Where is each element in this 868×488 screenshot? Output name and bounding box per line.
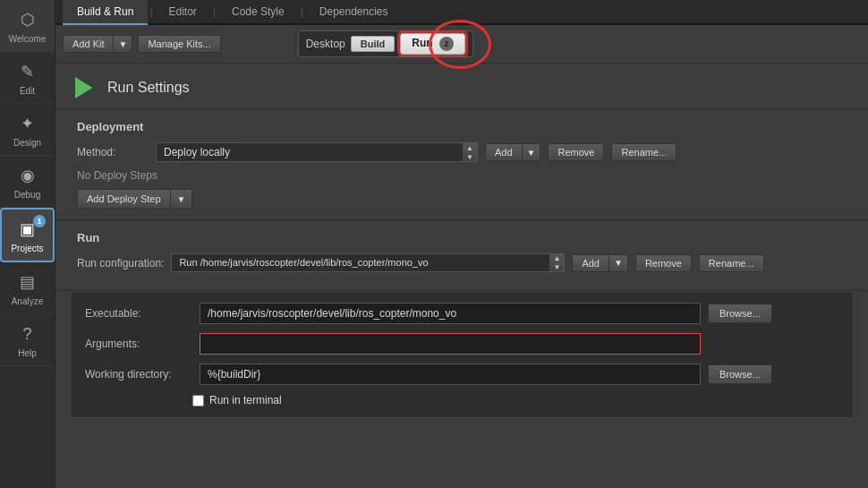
kit-toolbar: Add Kit ▼ Manage Kits... Desktop Build R…	[55, 25, 868, 64]
deployment-remove-button[interactable]: Remove	[548, 143, 604, 161]
sidebar-item-analyze-label: Analyze	[12, 296, 44, 306]
arguments-label: Arguments:	[85, 338, 192, 350]
run-selector: Desktop Build Run 2	[298, 30, 473, 57]
method-dropdown-wrap: Deploy locally ▲ ▼	[156, 142, 478, 162]
debug-icon: ◉	[15, 163, 40, 188]
tab-dependencies[interactable]: Dependencies	[305, 0, 403, 25]
sidebar: ⬡ Welcome ✎ Edit ✦ Design ◉ Debug 1 ▣ Pr…	[0, 0, 55, 488]
add-kit-split[interactable]: Add Kit ▼	[63, 35, 132, 53]
sidebar-item-welcome[interactable]: ⬡ Welcome	[0, 0, 55, 52]
sidebar-item-welcome-label: Welcome	[9, 34, 47, 44]
main-area: Build & Run | Editor | Code Style | Depe…	[55, 0, 868, 488]
run-title: Run	[77, 231, 847, 244]
arguments-row: Arguments:	[85, 333, 838, 355]
sidebar-item-debug[interactable]: ◉ Debug	[0, 156, 55, 208]
tab-sep-1: |	[148, 0, 154, 23]
deployment-section: Deployment Method: Deploy locally ▲ ▼ Ad…	[55, 109, 868, 220]
method-dropdown[interactable]: Deploy locally	[156, 142, 463, 162]
deployment-title: Deployment	[77, 120, 847, 133]
tab-code-style[interactable]: Code Style	[217, 0, 299, 25]
tab-editor[interactable]: Editor	[155, 0, 211, 25]
run-remove-button[interactable]: Remove	[635, 254, 692, 272]
run-settings-title: Run Settings	[107, 80, 190, 96]
content-area: Run Settings Deployment Method: Deploy l…	[55, 64, 868, 488]
method-label: Method:	[77, 146, 149, 158]
method-dropdown-arrows[interactable]: ▲ ▼	[463, 142, 478, 162]
run-add-button[interactable]: Add	[572, 254, 608, 272]
arguments-input[interactable]	[200, 333, 701, 355]
working-directory-label: Working directory:	[85, 368, 192, 381]
executable-row: Executable: Browse...	[85, 303, 838, 324]
run-in-terminal-wrap[interactable]: Run in terminal	[85, 394, 282, 407]
manage-kits-button[interactable]: Manage Kits...	[138, 35, 220, 53]
run-button[interactable]: Run 2	[400, 33, 465, 55]
projects-badge: 1	[33, 215, 46, 227]
deployment-add-button[interactable]: Add	[485, 143, 522, 161]
executable-label: Executable:	[85, 307, 192, 320]
build-button[interactable]: Build	[351, 36, 396, 52]
run-config-row: Run configuration: Run /home/jarvis/rosc…	[77, 253, 847, 272]
add-deploy-step-split[interactable]: Add Deploy Step ▼	[77, 189, 847, 209]
sidebar-item-help[interactable]: ? Help	[0, 314, 55, 366]
run-rename-button[interactable]: Rename...	[699, 254, 764, 272]
help-icon: ?	[15, 321, 40, 347]
analyze-icon: ▤	[15, 270, 40, 295]
run-badge: 2	[439, 37, 454, 51]
run-in-terminal-label: Run in terminal	[209, 394, 282, 407]
sidebar-item-projects-label: Projects	[11, 244, 43, 253]
run-in-terminal-checkbox[interactable]	[192, 395, 204, 407]
add-deploy-step-button[interactable]: Add Deploy Step	[77, 189, 170, 209]
welcome-icon: ⬡	[15, 7, 40, 32]
tab-sep-3: |	[299, 0, 305, 23]
add-kit-arrow[interactable]: ▼	[113, 35, 132, 53]
working-directory-row: Working directory: Browse...	[85, 364, 838, 385]
sidebar-item-design-label: Design	[13, 138, 41, 148]
working-directory-input[interactable]	[200, 364, 701, 385]
add-split[interactable]: Add ▼	[485, 143, 540, 161]
run-config-dropdown-wrap: Run /home/jarvis/roscopter/devel/lib/ros…	[171, 253, 565, 272]
play-button[interactable]	[70, 74, 97, 101]
sidebar-item-edit-label: Edit	[20, 86, 35, 96]
tab-build-run[interactable]: Build & Run	[63, 0, 148, 25]
run-config-arrows[interactable]: ▲ ▼	[549, 253, 565, 272]
desktop-label: Desktop	[306, 38, 345, 50]
sidebar-item-debug-label: Debug	[14, 190, 40, 200]
tab-sep-2: |	[211, 0, 217, 23]
run-config-dropdown[interactable]: Run /home/jarvis/roscopter/devel/lib/ros…	[171, 253, 549, 272]
executable-browse-button[interactable]: Browse...	[708, 304, 772, 323]
deployment-add-arrow[interactable]: ▼	[522, 143, 541, 161]
run-settings-header: Run Settings	[55, 64, 868, 109]
run-section: Run Run configuration: Run /home/jarvis/…	[55, 220, 868, 291]
add-deploy-step-arrow[interactable]: ▼	[170, 189, 193, 209]
no-deploy-steps-text: No Deploy Steps	[77, 169, 847, 182]
sidebar-item-help-label: Help	[18, 348, 37, 358]
working-directory-browse-button[interactable]: Browse...	[708, 364, 772, 384]
run-add-split[interactable]: Add ▼	[572, 254, 627, 272]
run-in-terminal-row: Run in terminal	[85, 394, 838, 407]
run-config-label: Run configuration:	[77, 257, 164, 270]
edit-icon: ✎	[15, 59, 40, 84]
sidebar-item-edit[interactable]: ✎ Edit	[0, 52, 55, 104]
design-icon: ✦	[15, 111, 40, 136]
run-add-arrow[interactable]: ▼	[608, 254, 628, 272]
executable-input[interactable]	[200, 303, 701, 324]
add-kit-button[interactable]: Add Kit	[63, 35, 113, 53]
sidebar-item-analyze[interactable]: ▤ Analyze	[0, 262, 55, 314]
deployment-rename-button[interactable]: Rename...	[611, 143, 677, 161]
method-row: Method: Deploy locally ▲ ▼ Add ▼ Remove …	[77, 142, 847, 162]
sidebar-item-projects[interactable]: 1 ▣ Projects	[0, 208, 55, 262]
tab-bar: Build & Run | Editor | Code Style | Depe…	[55, 0, 868, 25]
sidebar-item-design[interactable]: ✦ Design	[0, 104, 55, 156]
execution-box: Executable: Browse... Arguments: Working…	[70, 291, 854, 418]
